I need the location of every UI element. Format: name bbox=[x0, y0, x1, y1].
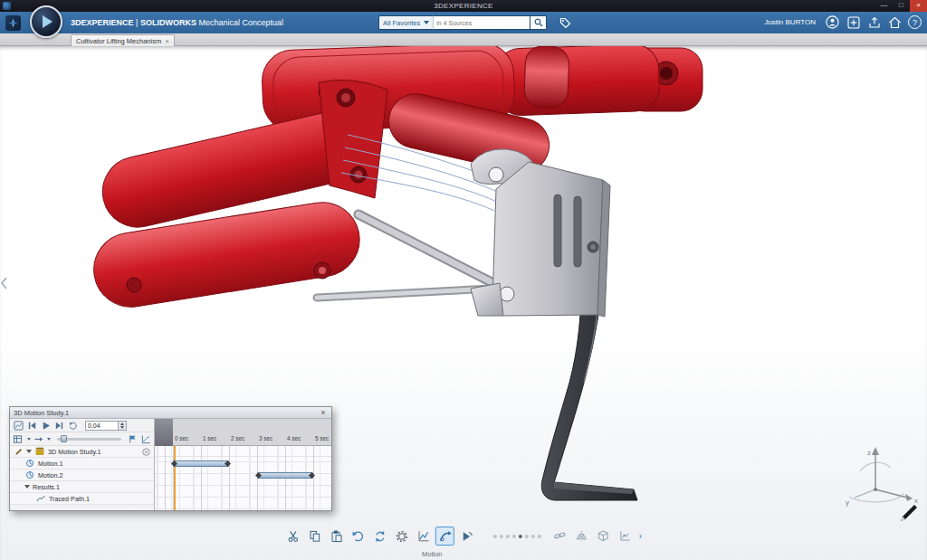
stepper-down-icon[interactable] bbox=[120, 426, 124, 429]
user-name[interactable]: Justin BURTON bbox=[764, 18, 816, 26]
mount-bracket-part[interactable] bbox=[471, 149, 610, 317]
tree-row-study[interactable]: 3D Motion Study.1 bbox=[10, 446, 154, 458]
page-dot[interactable] bbox=[512, 535, 516, 538]
brand-title: 3DEXPERIENCE | SOLIDWORKS Mechanical Con… bbox=[71, 18, 283, 27]
time-input[interactable] bbox=[86, 422, 118, 430]
tab-label: Cultivator Lifting Mechanism bbox=[76, 37, 161, 45]
motion-timeline[interactable]: 0 sec 1 sec 2 sec 3 sec 4 sec 5 sec bbox=[155, 419, 331, 510]
tag-button[interactable] bbox=[559, 15, 571, 30]
action-bar: › bbox=[283, 527, 644, 546]
motion-panel-close-icon[interactable]: × bbox=[319, 408, 328, 417]
animate-icon[interactable] bbox=[457, 527, 476, 546]
more-icon[interactable]: › bbox=[637, 531, 644, 541]
search-scope-dropdown[interactable]: All Favorites bbox=[378, 15, 433, 30]
calculate-motion-icon[interactable] bbox=[13, 420, 24, 431]
share-icon bbox=[868, 16, 881, 29]
timeline-grid[interactable] bbox=[155, 446, 331, 510]
plot-curve-icon[interactable] bbox=[414, 527, 433, 546]
motion-panel-header[interactable]: 3D Motion Study.1 × bbox=[10, 407, 331, 419]
triad-y-label: y bbox=[846, 498, 849, 507]
tab-close-icon[interactable]: × bbox=[165, 37, 169, 45]
slider-thumb[interactable] bbox=[61, 435, 67, 442]
page-dot[interactable] bbox=[531, 535, 535, 538]
pencil-cursor bbox=[900, 504, 918, 527]
page-dot[interactable] bbox=[500, 535, 503, 538]
tree-collapse-icon[interactable] bbox=[24, 485, 30, 489]
page-dot[interactable] bbox=[525, 535, 529, 538]
share-button[interactable] bbox=[866, 14, 882, 30]
tree-item-label: Motion.1 bbox=[38, 460, 151, 468]
gear-icon[interactable] bbox=[392, 527, 411, 546]
chevron-down-icon[interactable] bbox=[27, 438, 31, 441]
time-stepper[interactable] bbox=[118, 422, 126, 430]
page-dots[interactable] bbox=[493, 535, 541, 538]
play-app-logo[interactable] bbox=[30, 5, 62, 38]
play-from-start-icon[interactable] bbox=[26, 420, 37, 431]
timeline-tick: 3 sec bbox=[259, 435, 272, 441]
playback-mode-icon[interactable] bbox=[33, 433, 44, 444]
maximize-button[interactable]: □ bbox=[893, 0, 910, 12]
edit-key-icon[interactable] bbox=[13, 446, 24, 457]
tree-row-results[interactable]: Results.1 bbox=[10, 481, 154, 493]
play-icon[interactable] bbox=[40, 420, 51, 431]
tag-icon bbox=[559, 17, 571, 29]
tree-row-motion1[interactable]: Motion.1 bbox=[10, 458, 154, 470]
undo-icon[interactable] bbox=[349, 527, 368, 546]
profile-button[interactable] bbox=[825, 14, 840, 30]
search-input[interactable] bbox=[433, 15, 530, 30]
display-mode-icon[interactable] bbox=[13, 433, 24, 444]
replay-loop-icon[interactable] bbox=[67, 420, 78, 431]
tree-item-label: Motion.2 bbox=[38, 471, 151, 479]
play-to-end-icon[interactable] bbox=[53, 420, 64, 431]
page-dot[interactable] bbox=[538, 535, 541, 538]
cube-icon[interactable] bbox=[594, 527, 613, 546]
link-plate-part[interactable] bbox=[319, 80, 387, 198]
chart-icon[interactable] bbox=[616, 527, 635, 546]
tree-collapse-icon[interactable] bbox=[26, 450, 32, 453]
search-button[interactable] bbox=[530, 15, 547, 30]
document-tabbar: Cultivator Lifting Mechanism × bbox=[0, 33, 927, 46]
home-button[interactable] bbox=[887, 14, 903, 30]
link-icon[interactable] bbox=[550, 527, 569, 546]
speed-slider[interactable] bbox=[57, 438, 120, 441]
chevron-down-icon[interactable] bbox=[47, 438, 51, 441]
flag-results-icon[interactable] bbox=[128, 433, 139, 444]
search-bar: All Favorites bbox=[378, 15, 571, 30]
chevron-down-icon bbox=[424, 21, 429, 24]
tab-cultivator-lifting-mechanism[interactable]: Cultivator Lifting Mechanism × bbox=[71, 34, 175, 46]
page-dot[interactable] bbox=[493, 535, 497, 538]
triad-z-label: z bbox=[867, 449, 871, 457]
copy-icon[interactable] bbox=[305, 527, 324, 546]
add-content-button[interactable] bbox=[846, 14, 861, 30]
minimize-button[interactable]: — bbox=[875, 0, 893, 12]
cut-icon[interactable] bbox=[283, 527, 302, 546]
compass-logo-icon[interactable] bbox=[5, 15, 21, 31]
mirror-icon[interactable] bbox=[572, 527, 591, 546]
stepper-up-icon[interactable] bbox=[120, 422, 124, 425]
close-button[interactable]: × bbox=[910, 0, 927, 12]
graphics-viewport[interactable]: z x y 3D Motion Study.1 × bbox=[0, 46, 927, 560]
panel-expander-chevron[interactable] bbox=[1, 277, 7, 293]
page-dot[interactable] bbox=[506, 535, 510, 538]
timeline-bar-motion2[interactable] bbox=[257, 472, 313, 479]
brand-separator: | bbox=[136, 18, 138, 27]
timeline-tick: 1 sec bbox=[203, 435, 216, 441]
page-dot-active[interactable] bbox=[519, 535, 522, 538]
tree-row-motion2[interactable]: Motion.2 bbox=[10, 470, 154, 481]
current-time-marker[interactable] bbox=[174, 446, 176, 510]
timeline-bar-motion1[interactable] bbox=[173, 460, 229, 467]
brand-app-name: Mechanical Conceptual bbox=[198, 18, 283, 27]
motion-playback-toolbar bbox=[10, 419, 154, 432]
search-scope-label: All Favorites bbox=[383, 19, 420, 27]
graph-results-icon[interactable] bbox=[140, 433, 151, 444]
help-button[interactable]: ? bbox=[908, 15, 922, 29]
compass-needle bbox=[8, 18, 18, 28]
update-icon[interactable] bbox=[370, 527, 389, 546]
motion-simulate-icon[interactable] bbox=[435, 527, 454, 546]
paste-icon[interactable] bbox=[327, 527, 346, 546]
timeline-ruler[interactable]: 0 sec 1 sec 2 sec 3 sec 4 sec 5 sec bbox=[155, 419, 331, 446]
orientation-triad[interactable]: z x y bbox=[846, 447, 918, 507]
tree-row-traced-path[interactable]: Traced Path.1 bbox=[10, 493, 154, 505]
deactivate-icon[interactable] bbox=[140, 446, 151, 457]
motion-study-panel: 3D Motion Study.1 × bbox=[9, 406, 332, 511]
